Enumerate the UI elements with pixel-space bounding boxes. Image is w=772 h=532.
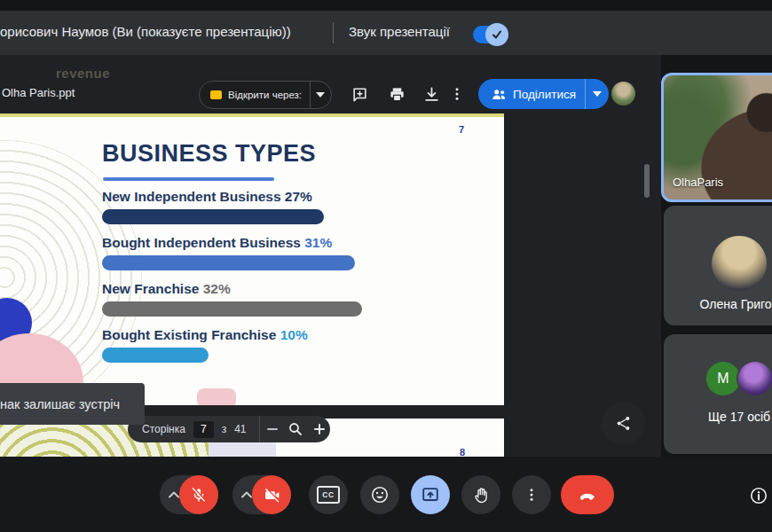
google-slides-icon bbox=[210, 90, 222, 99]
share-button-label: Поділитися bbox=[513, 88, 576, 101]
page-number-input[interactable]: 7 bbox=[193, 421, 214, 438]
participants-overflow-tile[interactable]: M Ще 17 осіб bbox=[664, 334, 772, 454]
camera-group bbox=[232, 475, 291, 514]
tooltip-text: нак залишає зустріч bbox=[0, 397, 120, 411]
title-underline bbox=[103, 177, 274, 181]
present-screen-icon bbox=[421, 485, 440, 505]
more-options-button[interactable] bbox=[444, 81, 470, 107]
presenter-name: орисович Наумов (Ви (показуєте презентац… bbox=[0, 24, 291, 39]
slide-page-number: 8 bbox=[460, 447, 465, 457]
leave-meeting-tooltip: нак залишає зустріч bbox=[0, 383, 145, 425]
raised-hand-icon bbox=[472, 486, 491, 505]
open-with-dropdown[interactable]: Відкрити через: Google Пре... bbox=[199, 81, 332, 109]
presentation-audio-label: Звук презентації bbox=[349, 24, 450, 39]
captions-button[interactable]: CC bbox=[309, 475, 348, 514]
bar-label: New Franchise bbox=[102, 281, 199, 296]
bar-new-independent bbox=[102, 209, 324, 224]
chevron-up-icon bbox=[169, 491, 179, 498]
participant-avatar bbox=[712, 236, 767, 291]
participant-photo-avatar bbox=[738, 362, 772, 395]
slide-page-number: 7 bbox=[459, 124, 464, 135]
zoom-out-button[interactable] bbox=[261, 417, 283, 442]
minus-icon bbox=[266, 423, 279, 435]
slide-page-7: BUSINESS TYPES New Independent Business … bbox=[0, 113, 504, 405]
page-controls: Сторінка 7 з 41 bbox=[128, 416, 330, 442]
bar-label: Bought Existing Franchise bbox=[102, 327, 276, 342]
info-icon bbox=[749, 486, 768, 505]
add-comment-icon bbox=[351, 86, 368, 103]
check-icon bbox=[491, 28, 503, 41]
avatar-letter: M bbox=[717, 371, 729, 387]
bar-label: Bought Independent Business bbox=[102, 235, 301, 250]
more-participants-label: Ще 17 осіб bbox=[664, 410, 772, 424]
decorative-pink-shape-small bbox=[197, 388, 236, 405]
banner-divider bbox=[333, 22, 334, 43]
present-now-button[interactable] bbox=[411, 475, 450, 514]
bar-value: 32% bbox=[203, 281, 231, 296]
call-end-icon bbox=[577, 484, 598, 505]
toggle-knob bbox=[485, 23, 508, 46]
zoom-in-button[interactable] bbox=[308, 417, 330, 442]
presentation-audio-toggle[interactable] bbox=[473, 26, 505, 43]
chevron-up-icon bbox=[241, 491, 252, 498]
more-vertical-icon bbox=[449, 86, 465, 102]
mic-off-icon bbox=[190, 486, 208, 504]
page-label: Сторінка bbox=[142, 423, 185, 435]
slide-title: BUSINESS TYPES bbox=[102, 140, 316, 168]
chevron-down-icon bbox=[311, 92, 331, 98]
turn-off-camera-button[interactable] bbox=[252, 475, 291, 514]
raise-hand-button[interactable] bbox=[461, 475, 500, 514]
download-icon bbox=[423, 86, 440, 103]
more-controls-button[interactable] bbox=[512, 475, 551, 514]
bar-bought-franchise bbox=[102, 348, 209, 363]
page-separator: з bbox=[222, 423, 227, 435]
document-filename: Olha Paris.ppt bbox=[2, 86, 75, 99]
participant-initial-avatar: M bbox=[706, 362, 740, 395]
magnifier-icon bbox=[288, 422, 303, 436]
cc-icon: CC bbox=[317, 486, 340, 504]
meeting-details-button[interactable] bbox=[748, 485, 769, 506]
drive-viewer-header: Olha Paris.ppt Відкрити через: Google Пр… bbox=[0, 78, 661, 110]
bar-value: 10% bbox=[280, 327, 308, 342]
participant-tile-olena[interactable]: Олена Григор bbox=[664, 206, 772, 325]
print-button[interactable] bbox=[383, 81, 410, 107]
viewer-scrollbar[interactable] bbox=[644, 164, 650, 198]
plus-icon bbox=[313, 423, 326, 435]
people-icon bbox=[491, 87, 507, 101]
account-avatar[interactable] bbox=[611, 82, 635, 106]
share-button[interactable]: Поділитися bbox=[478, 79, 609, 109]
meet-control-bar: CC bbox=[0, 457, 772, 532]
open-with-label: Відкрити через: Google Пре... bbox=[228, 90, 304, 100]
bar-value: 31% bbox=[304, 235, 332, 250]
add-comment-button[interactable] bbox=[346, 81, 373, 107]
slide-top-band bbox=[0, 113, 504, 117]
page-total: 41 bbox=[234, 423, 246, 435]
more-vertical-icon bbox=[524, 487, 540, 503]
participant-tile-olhaparis[interactable]: OlhaParis bbox=[661, 73, 772, 202]
bar-label: New Independent Business bbox=[102, 189, 281, 204]
camera-off-icon bbox=[263, 486, 281, 505]
share-nodes-icon bbox=[615, 415, 632, 432]
chevron-down-icon[interactable] bbox=[586, 91, 609, 97]
zoom-fit-button[interactable] bbox=[285, 417, 307, 442]
printer-icon bbox=[389, 86, 406, 103]
microphone-group bbox=[160, 475, 218, 514]
mute-microphone-button[interactable] bbox=[179, 475, 218, 514]
leave-call-button[interactable] bbox=[561, 475, 614, 514]
bar-bought-independent bbox=[102, 255, 355, 270]
participant-name: OlhaParis bbox=[673, 176, 723, 189]
download-button[interactable] bbox=[418, 81, 445, 107]
participant-name: Олена Григор bbox=[664, 297, 772, 311]
bar-new-franchise bbox=[102, 301, 362, 317]
smiley-icon bbox=[370, 485, 390, 505]
bar-value: 27% bbox=[285, 189, 312, 204]
reactions-button[interactable] bbox=[360, 475, 399, 514]
pager-divider bbox=[259, 416, 260, 442]
presentation-banner: орисович Наумов (Ви (показуєте презентац… bbox=[0, 11, 772, 55]
share-fab-button[interactable] bbox=[602, 402, 645, 445]
